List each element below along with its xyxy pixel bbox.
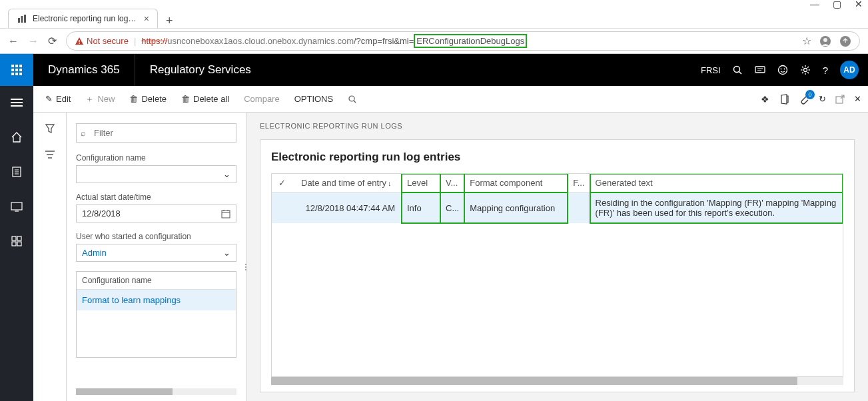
- browser-tab[interactable]: Electronic reporting run logs -- R ×: [8, 9, 158, 28]
- table-row[interactable]: 12/8/2018 04:47:44 AM Info C... Mapping …: [272, 193, 843, 224]
- maximize-button[interactable]: ▢: [833, 0, 841, 9]
- svg-rect-10: [755, 67, 765, 73]
- splitter-grip[interactable]: [243, 257, 248, 277]
- forward-button[interactable]: →: [28, 35, 39, 47]
- search-bar-button[interactable]: [342, 95, 362, 104]
- config-name-dropdown[interactable]: ⌄: [76, 165, 236, 183]
- app-launcher[interactable]: [0, 54, 33, 86]
- filter-input[interactable]: [76, 123, 236, 143]
- svg-point-6: [823, 38, 827, 42]
- refresh-button[interactable]: ↻: [819, 94, 826, 104]
- tab-title: Electronic reporting run logs -- R: [33, 14, 139, 23]
- svg-rect-33: [12, 242, 16, 246]
- svg-rect-4: [79, 43, 79, 43]
- brand-name[interactable]: Dynamics 365: [33, 54, 135, 86]
- command-bar: ✎Edit ＋New 🗑Delete 🗑Delete all Compare O…: [33, 86, 868, 113]
- grid: ✓ Date and time of entry↓ Level V... For…: [271, 173, 843, 377]
- attachment-badge: 0: [805, 90, 815, 99]
- cell-gen: Residing in the configuration 'Mapping (…: [590, 193, 843, 224]
- link-icon[interactable]: ❖: [761, 94, 769, 105]
- calendar-icon: [221, 209, 230, 218]
- cell-f: [568, 193, 590, 224]
- user-dropdown[interactable]: Admin ⌄: [76, 244, 236, 262]
- detail-heading: ELECTRONIC REPORTING RUN LOGS: [260, 122, 855, 130]
- nav-home-icon[interactable]: [0, 126, 33, 149]
- security-warning: Not secure: [75, 36, 129, 46]
- tab-close-button[interactable]: ×: [144, 13, 149, 24]
- delete-all-button[interactable]: 🗑Delete all: [176, 94, 234, 104]
- grid-scrollbar[interactable]: [271, 377, 843, 385]
- avatar[interactable]: AD: [840, 61, 859, 79]
- svg-rect-32: [17, 236, 21, 240]
- reload-button[interactable]: ⟳: [48, 35, 57, 47]
- svg-rect-1: [21, 16, 23, 23]
- config-list: Configuration name Format to learn mappi…: [76, 271, 236, 358]
- company-code[interactable]: FRSI: [701, 65, 721, 75]
- col-date[interactable]: Date and time of entry↓: [292, 174, 402, 193]
- close-window-button[interactable]: ✕: [855, 0, 863, 9]
- browser-chrome: — ▢ ✕ Electronic reporting run logs -- R…: [0, 0, 868, 54]
- nav-recent-icon[interactable]: [0, 161, 33, 183]
- gear-icon[interactable]: [800, 65, 811, 75]
- nav-workspace-icon[interactable]: [0, 195, 33, 218]
- tab-favicon: [17, 13, 27, 24]
- svg-line-9: [739, 71, 741, 74]
- security-label: Not secure: [87, 36, 129, 46]
- filter-scrollbar[interactable]: [76, 388, 236, 395]
- back-button[interactable]: ←: [8, 35, 19, 47]
- svg-point-14: [780, 69, 781, 70]
- filter-list-icon[interactable]: [45, 150, 55, 159]
- start-date-label: Actual start date/time: [76, 193, 236, 202]
- start-date-input[interactable]: 12/8/2018: [76, 204, 236, 222]
- cell-v: C...: [440, 193, 464, 224]
- attachments-button[interactable]: 0: [799, 94, 809, 105]
- plus-icon: ＋: [85, 93, 94, 105]
- new-tab-button[interactable]: +: [163, 14, 176, 28]
- compare-button[interactable]: Compare: [238, 94, 284, 104]
- office-icon[interactable]: [779, 94, 789, 105]
- svg-point-13: [778, 66, 787, 75]
- options-button[interactable]: OPTIONS: [289, 94, 339, 104]
- close-pane-button[interactable]: ✕: [854, 94, 861, 104]
- filter-strip: [33, 113, 67, 401]
- edit-button[interactable]: ✎Edit: [40, 94, 76, 104]
- help-icon[interactable]: ?: [823, 65, 828, 76]
- list-item[interactable]: Format to learn mappings: [77, 290, 236, 310]
- user-icon[interactable]: [819, 35, 831, 47]
- nav-hamburger[interactable]: [0, 91, 33, 114]
- tab-bar: Electronic reporting run logs -- R × +: [0, 8, 868, 28]
- minimize-button[interactable]: —: [810, 0, 819, 9]
- card-title: Electronic reporting run log entries: [271, 151, 843, 164]
- nav-modules-icon[interactable]: [0, 230, 33, 252]
- svg-point-35: [349, 96, 354, 101]
- chevron-down-icon: ⌄: [223, 248, 230, 258]
- filter-funnel-icon[interactable]: [45, 123, 55, 134]
- new-button[interactable]: ＋New: [80, 93, 120, 105]
- messages-icon[interactable]: [755, 65, 765, 75]
- star-icon[interactable]: ☆: [802, 35, 811, 47]
- col-v[interactable]: V...: [440, 174, 464, 193]
- col-gen[interactable]: Generated text: [590, 174, 843, 193]
- svg-rect-2: [24, 15, 26, 23]
- cell-date: 12/8/2018 04:47:44 AM: [292, 193, 402, 224]
- detail-panel: ELECTRONIC REPORTING RUN LOGS Electronic…: [246, 113, 868, 401]
- popout-button[interactable]: [835, 95, 845, 104]
- nav-rail: [0, 86, 33, 401]
- module-name[interactable]: Regulatory Services: [135, 63, 266, 77]
- col-check[interactable]: ✓: [272, 174, 292, 193]
- address-bar-row: ← → ⟳ Not secure | https://usnconeboxax1…: [0, 28, 868, 53]
- col-format[interactable]: Format component: [464, 174, 568, 193]
- delete-button[interactable]: 🗑Delete: [124, 94, 172, 104]
- svg-rect-41: [222, 210, 230, 218]
- svg-rect-29: [11, 202, 22, 210]
- col-f[interactable]: F...: [568, 174, 590, 193]
- svg-line-36: [354, 101, 356, 103]
- svg-line-24: [807, 67, 809, 68]
- search-icon[interactable]: [733, 65, 743, 75]
- svg-rect-0: [18, 18, 20, 23]
- smiley-icon[interactable]: [777, 65, 788, 75]
- warning-icon: [75, 37, 84, 46]
- col-level[interactable]: Level: [402, 174, 440, 193]
- address-bar[interactable]: Not secure | https://usnconeboxax1aos.cl…: [66, 31, 860, 51]
- more-icon[interactable]: [839, 35, 851, 47]
